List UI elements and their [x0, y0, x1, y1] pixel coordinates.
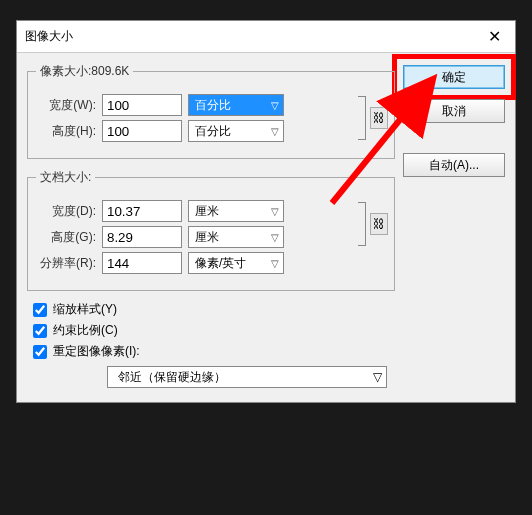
resample-method-value: 邻近（保留硬边缘）: [118, 369, 226, 386]
pixel-height-input[interactable]: [102, 120, 182, 142]
doc-height-unit-value: 厘米: [195, 229, 219, 246]
resample-method-select[interactable]: 邻近（保留硬边缘） ▽: [107, 366, 387, 388]
link-icon[interactable]: ⛓: [370, 213, 388, 235]
chevron-down-icon: ▽: [271, 206, 279, 217]
pixel-size-group: 像素大小:809.6K 宽度(W): 百分比 ▽ 高度(H):: [27, 63, 395, 159]
chevron-down-icon: ▽: [373, 370, 382, 384]
pixel-size-legend: 像素大小:809.6K: [36, 63, 133, 80]
image-size-dialog: 图像大小 ✕ 像素大小:809.6K 宽度(W): 百分比 ▽ 高度(H): [16, 20, 516, 403]
pixel-width-unit-select[interactable]: 百分比 ▽: [188, 94, 284, 116]
resolution-label: 分辨率(R):: [36, 255, 96, 272]
dialog-title: 图像大小: [25, 28, 73, 45]
chevron-down-icon: ▽: [271, 232, 279, 243]
resolution-unit-value: 像素/英寸: [195, 255, 246, 272]
doc-height-input[interactable]: [102, 226, 182, 248]
pixel-width-unit-value: 百分比: [195, 97, 231, 114]
scale-styles-label: 缩放样式(Y): [53, 301, 117, 318]
doc-height-label: 高度(G):: [36, 229, 96, 246]
document-size-legend: 文档大小:: [36, 169, 95, 186]
ok-button[interactable]: 确定: [403, 65, 505, 89]
doc-width-unit-select[interactable]: 厘米 ▽: [188, 200, 284, 222]
close-icon[interactable]: ✕: [482, 27, 507, 46]
doc-width-unit-value: 厘米: [195, 203, 219, 220]
ok-button-label: 确定: [442, 69, 466, 86]
resolution-unit-select[interactable]: 像素/英寸 ▽: [188, 252, 284, 274]
cancel-button[interactable]: 取消: [403, 99, 505, 123]
constrain-proportions-label: 约束比例(C): [53, 322, 118, 339]
chevron-down-icon: ▽: [271, 126, 279, 137]
constrain-proportions-checkbox[interactable]: [33, 324, 47, 338]
chevron-down-icon: ▽: [271, 258, 279, 269]
titlebar: 图像大小 ✕: [17, 21, 515, 53]
doc-width-label: 宽度(D):: [36, 203, 96, 220]
document-size-group: 文档大小: 宽度(D): 厘米 ▽ 高度(G): 厘米: [27, 169, 395, 291]
resolution-input[interactable]: [102, 252, 182, 274]
pixel-height-unit-select[interactable]: 百分比 ▽: [188, 120, 284, 142]
link-icon[interactable]: ⛓: [370, 107, 388, 129]
scale-styles-checkbox[interactable]: [33, 303, 47, 317]
auto-button[interactable]: 自动(A)...: [403, 153, 505, 177]
doc-width-input[interactable]: [102, 200, 182, 222]
cancel-button-label: 取消: [442, 103, 466, 120]
doc-height-unit-select[interactable]: 厘米 ▽: [188, 226, 284, 248]
resample-image-label: 重定图像像素(I):: [53, 343, 140, 360]
chevron-down-icon: ▽: [271, 100, 279, 111]
pixel-height-unit-value: 百分比: [195, 123, 231, 140]
pixel-width-input[interactable]: [102, 94, 182, 116]
pixel-height-label: 高度(H):: [36, 123, 96, 140]
pixel-width-label: 宽度(W):: [36, 97, 96, 114]
auto-button-label: 自动(A)...: [429, 157, 479, 174]
resample-image-checkbox[interactable]: [33, 345, 47, 359]
